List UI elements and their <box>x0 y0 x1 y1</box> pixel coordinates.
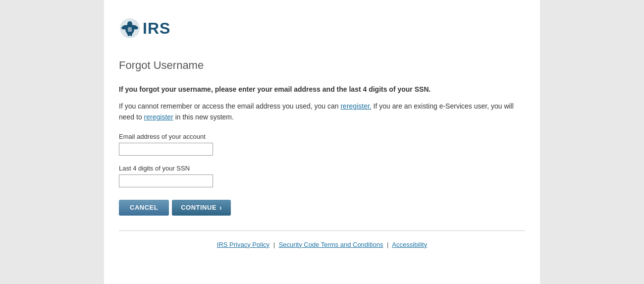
ssn-input[interactable] <box>119 174 213 187</box>
reregister-link-2[interactable]: reregister <box>144 113 173 121</box>
svg-point-11 <box>133 23 134 24</box>
email-input[interactable] <box>119 143 213 156</box>
svg-rect-7 <box>128 34 129 36</box>
irs-logo: IRS <box>119 17 170 39</box>
email-label: Email address of your account <box>119 133 525 140</box>
ssn-form-group: Last 4 digits of your SSN <box>119 165 525 187</box>
separator-2: | <box>387 241 388 248</box>
ssn-label: Last 4 digits of your SSN <box>119 165 525 172</box>
irs-eagle-icon <box>119 17 141 39</box>
svg-rect-8 <box>131 34 132 36</box>
reregister-link-1[interactable]: reregister. <box>340 102 371 110</box>
page-title: Forgot Username <box>119 59 525 72</box>
logo-area: IRS <box>119 10 525 52</box>
irs-logo-text: IRS <box>143 19 170 38</box>
footer-links: IRS Privacy Policy | Security Code Terms… <box>119 238 525 251</box>
cancel-button[interactable]: CANCEL <box>119 200 169 216</box>
instruction-text: If you cannot remember or access the ema… <box>119 101 525 123</box>
svg-point-2 <box>127 21 132 26</box>
footer-divider <box>119 230 525 231</box>
continue-arrow-icon: › <box>219 204 222 212</box>
instruction-bold: If you forgot your username, please ente… <box>119 84 525 95</box>
button-row: CANCEL CONTINUE › <box>119 200 525 216</box>
svg-rect-9 <box>128 27 132 32</box>
security-terms-link[interactable]: Security Code Terms and Conditions <box>279 241 383 248</box>
svg-point-10 <box>126 23 127 24</box>
continue-label: CONTINUE <box>181 204 216 211</box>
continue-button[interactable]: CONTINUE › <box>172 200 231 216</box>
accessibility-link[interactable]: Accessibility <box>392 241 427 248</box>
privacy-policy-link[interactable]: IRS Privacy Policy <box>217 241 269 248</box>
instruction-part1: If you cannot remember or access the ema… <box>119 102 340 110</box>
instruction-part3: in this new system. <box>173 113 234 121</box>
separator-1: | <box>273 241 275 248</box>
email-form-group: Email address of your account <box>119 133 525 156</box>
